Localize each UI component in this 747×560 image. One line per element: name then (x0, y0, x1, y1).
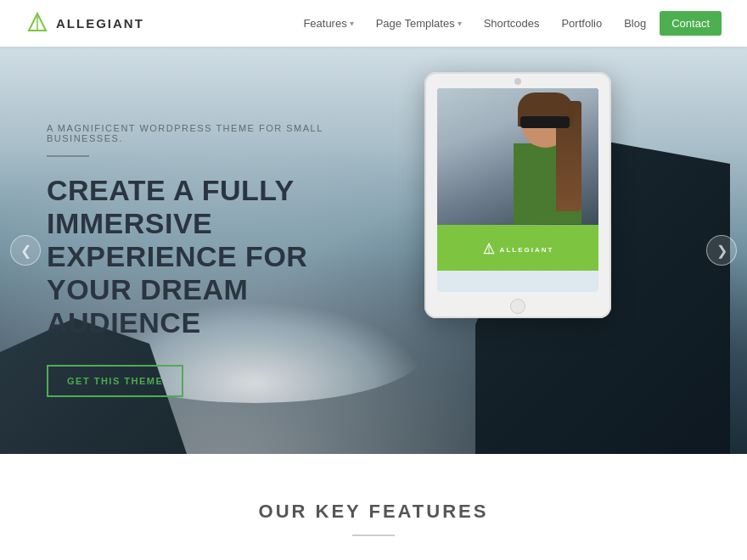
hero-subtitle: A Magnificent WordPress Theme for Small … (47, 123, 369, 143)
tablet-logo: ALLEGIANT (482, 243, 554, 256)
tablet-home-button (510, 299, 525, 314)
hero-prev-arrow[interactable]: ❮ (10, 235, 41, 266)
chevron-down-icon: ▾ (350, 19, 354, 28)
logo-text: ALLEGIANT (56, 16, 144, 31)
nav-contact-button[interactable]: Contact (660, 11, 722, 36)
features-divider (352, 535, 395, 536)
chevron-down-icon: ▾ (458, 19, 462, 28)
hero-content: A Magnificent WordPress Theme for Small … (47, 123, 369, 397)
hero-title: CREATE A FULLY IMMERSIVE EXPERIENCE FOR … (47, 174, 369, 339)
logo-icon (25, 12, 49, 36)
tablet-camera (514, 78, 521, 85)
navbar: ALLEGIANT Features ▾ Page Templates ▾ Sh… (0, 0, 747, 47)
nav-portfolio[interactable]: Portfolio (553, 12, 610, 35)
features-title: OUR KEY FEATURES (25, 501, 722, 523)
logo[interactable]: ALLEGIANT (25, 12, 144, 36)
tablet-bottom-bar: ALLEGIANT (437, 228, 598, 271)
tablet-screen: ALLEGIANT (437, 88, 598, 292)
tablet-image (437, 88, 598, 228)
nav-blog[interactable]: Blog (615, 12, 654, 35)
nav-shortcodes[interactable]: Shortcodes (475, 12, 548, 35)
hero-next-arrow[interactable]: ❯ (706, 235, 737, 266)
nav-features[interactable]: Features ▾ (295, 12, 362, 35)
hero-section: ❮ A Magnificent WordPress Theme for Smal… (0, 47, 747, 454)
features-section: OUR KEY FEATURES (0, 454, 747, 560)
tablet-logo-icon (482, 243, 496, 256)
nav-page-templates[interactable]: Page Templates ▾ (368, 12, 470, 35)
nav-links: Features ▾ Page Templates ▾ Shortcodes P… (295, 11, 722, 36)
tablet-mockup: ALLEGIANT (424, 72, 611, 318)
tablet-logo-text: ALLEGIANT (500, 246, 554, 254)
hero-divider (47, 155, 89, 157)
hero-cta-button[interactable]: GET THIS THEME (47, 365, 183, 397)
